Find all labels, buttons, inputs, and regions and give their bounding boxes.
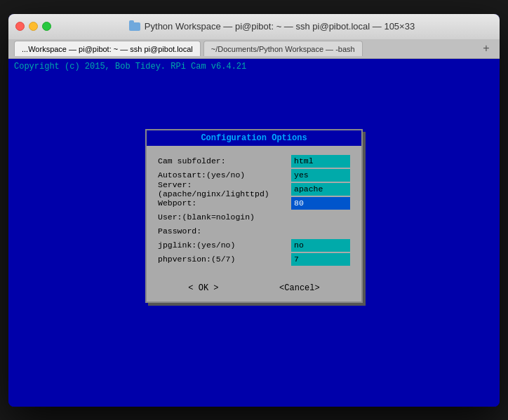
value-cam-subfolder[interactable]: html <box>291 155 350 168</box>
traffic-lights <box>15 22 51 31</box>
value-phpversion[interactable]: 7 <box>291 253 350 266</box>
dialog-title: Configuration Options <box>147 130 361 146</box>
ok-button[interactable]: < OK > <box>188 283 218 293</box>
terminal-content: Copyright (c) 2015, Bob Tidey. RPi Cam v… <box>8 59 500 407</box>
dialog-body: Cam subfolder: html Autostart:(yes/no) y… <box>147 146 361 275</box>
form-row-server: Server:(apache/nginx/lighttpd) apache <box>158 182 350 196</box>
tab-ssh[interactable]: ...Workspace — pi@pibot: ~ — ssh pi@pibo… <box>14 41 201 56</box>
title-bar: Python Workspace — pi@pibot: ~ — ssh pi@… <box>8 14 500 39</box>
value-autostart[interactable]: yes <box>291 169 350 182</box>
label-user: User:(blank=nologin) <box>158 212 291 222</box>
label-webport: Webport: <box>158 198 291 208</box>
tab-bash[interactable]: ~/Documents/Python Workspace — -bash <box>203 41 363 56</box>
cancel-button[interactable]: <Cancel> <box>279 283 320 293</box>
value-password[interactable] <box>291 225 350 238</box>
folder-icon <box>129 22 140 31</box>
value-user[interactable] <box>291 211 350 224</box>
form-row-jpglink: jpglink:(yes/no) no <box>158 238 350 252</box>
value-webport[interactable]: 80 <box>291 197 350 210</box>
minimize-button[interactable] <box>29 22 38 31</box>
label-cam-subfolder: Cam subfolder: <box>158 156 291 165</box>
form-row-user: User:(blank=nologin) <box>158 210 350 224</box>
form-row-password: Password: <box>158 224 350 238</box>
title-bar-center: Python Workspace — pi@pibot: ~ — ssh pi@… <box>51 21 493 32</box>
label-phpversion: phpversion:(5/7) <box>158 255 291 264</box>
tab-add-button[interactable]: + <box>479 41 494 56</box>
value-jpglink[interactable]: no <box>291 239 350 252</box>
label-jpglink: jpglink:(yes/no) <box>158 241 291 250</box>
form-row-webport: Webport: 80 <box>158 196 350 210</box>
form-row-cam-subfolder: Cam subfolder: html <box>158 154 350 168</box>
copyright-line: Copyright (c) 2015, Bob Tidey. RPi Cam v… <box>8 59 500 74</box>
label-autostart: Autostart:(yes/no) <box>158 170 291 179</box>
tabs-bar: ...Workspace — pi@pibot: ~ — ssh pi@pibo… <box>8 39 500 59</box>
label-password: Password: <box>158 226 291 236</box>
form-row-phpversion: phpversion:(5/7) 7 <box>158 252 350 266</box>
dialog-buttons: < OK > <Cancel> <box>147 275 361 302</box>
maximize-button[interactable] <box>42 22 51 31</box>
window-title: Python Workspace — pi@pibot: ~ — ssh pi@… <box>145 21 415 32</box>
terminal-window: Python Workspace — pi@pibot: ~ — ssh pi@… <box>8 14 500 407</box>
close-button[interactable] <box>15 22 25 31</box>
config-dialog: Configuration Options Cam subfolder: htm… <box>145 129 363 303</box>
value-server[interactable]: apache <box>291 183 350 196</box>
